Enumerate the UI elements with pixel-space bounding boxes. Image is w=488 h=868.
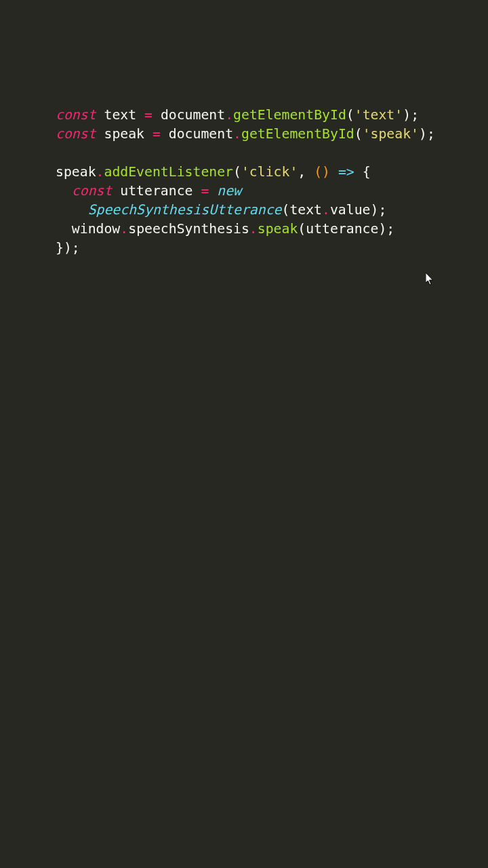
- code-line[interactable]: });: [56, 240, 80, 256]
- code-token[interactable]: speak: [104, 126, 144, 142]
- code-token[interactable]: (: [354, 126, 363, 142]
- code-token[interactable]: ,: [298, 164, 306, 180]
- code-token[interactable]: getElementById: [241, 126, 354, 142]
- code-token[interactable]: =: [144, 107, 152, 123]
- code-token[interactable]: SpeechSynthesisUtterance: [88, 202, 282, 218]
- code-line[interactable]: const utterance = new: [56, 183, 241, 199]
- code-token[interactable]: 'click': [241, 164, 298, 180]
- code-token[interactable]: [144, 126, 152, 142]
- code-token[interactable]: {: [363, 164, 371, 180]
- code-editor[interactable]: const text = document.getElementById('te…: [0, 0, 488, 258]
- code-token[interactable]: speechSynthesis: [128, 221, 249, 237]
- code-token[interactable]: [161, 126, 169, 142]
- code-token[interactable]: ): [378, 221, 386, 237]
- code-token[interactable]: .: [233, 126, 241, 142]
- code-token[interactable]: 'text': [354, 107, 403, 123]
- code-token[interactable]: addEventListener: [104, 164, 233, 180]
- code-token[interactable]: ;: [427, 126, 435, 142]
- mouse-cursor-icon: [426, 273, 434, 285]
- code-token[interactable]: const: [56, 126, 96, 142]
- code-token[interactable]: .: [96, 164, 104, 180]
- code-token[interactable]: ;: [386, 221, 394, 237]
- code-line[interactable]: SpeechSynthesisUtterance(text.value);: [56, 202, 386, 218]
- code-token[interactable]: =>: [338, 164, 354, 180]
- code-token[interactable]: (: [281, 202, 289, 218]
- code-token[interactable]: [354, 164, 363, 180]
- code-token[interactable]: ;: [378, 202, 386, 218]
- code-token[interactable]: (: [346, 107, 354, 123]
- code-token[interactable]: speak: [56, 164, 96, 180]
- code-token[interactable]: [152, 107, 161, 123]
- code-token[interactable]: ): [371, 202, 379, 218]
- code-token[interactable]: const: [72, 183, 113, 199]
- code-token[interactable]: ): [64, 240, 72, 256]
- code-token[interactable]: [56, 183, 72, 199]
- code-token[interactable]: new: [217, 183, 241, 199]
- code-token[interactable]: window: [72, 221, 120, 237]
- code-token[interactable]: document: [169, 126, 233, 142]
- code-token[interactable]: .: [225, 107, 233, 123]
- code-token[interactable]: utterance: [120, 183, 192, 199]
- code-token[interactable]: [56, 202, 88, 218]
- code-token[interactable]: text: [289, 202, 322, 218]
- code-token[interactable]: [209, 183, 217, 199]
- code-token[interactable]: (: [298, 221, 306, 237]
- code-token[interactable]: getElementById: [233, 107, 346, 123]
- code-token[interactable]: [112, 183, 120, 199]
- code-token[interactable]: ): [403, 107, 411, 123]
- code-token[interactable]: [192, 183, 201, 199]
- code-token[interactable]: [56, 221, 72, 237]
- code-token[interactable]: [136, 107, 144, 123]
- code-token[interactable]: .: [249, 221, 258, 237]
- code-token[interactable]: =: [152, 126, 161, 142]
- code-token[interactable]: ;: [411, 107, 419, 123]
- code-token[interactable]: ): [322, 164, 330, 180]
- code-token[interactable]: ): [419, 126, 427, 142]
- code-token[interactable]: }: [56, 240, 64, 256]
- code-token[interactable]: [96, 126, 104, 142]
- code-token[interactable]: [330, 164, 338, 180]
- code-token[interactable]: .: [322, 202, 330, 218]
- code-token[interactable]: (: [314, 164, 322, 180]
- code-token[interactable]: value: [330, 202, 371, 218]
- code-token[interactable]: ;: [72, 240, 80, 256]
- code-token[interactable]: (: [233, 164, 241, 180]
- code-token[interactable]: 'speak': [363, 126, 419, 142]
- code-line[interactable]: const text = document.getElementById('te…: [56, 107, 419, 123]
- code-line[interactable]: speak.addEventListener('click', () => {: [56, 164, 371, 180]
- code-token[interactable]: [96, 107, 104, 123]
- code-line[interactable]: window.speechSynthesis.speak(utterance);: [56, 221, 394, 237]
- code-token[interactable]: speak: [258, 221, 298, 237]
- code-token[interactable]: utterance: [306, 221, 378, 237]
- code-line[interactable]: const speak = document.getElementById('s…: [56, 126, 435, 142]
- code-token[interactable]: =: [201, 183, 209, 199]
- code-token[interactable]: .: [120, 221, 128, 237]
- code-token[interactable]: text: [104, 107, 136, 123]
- code-token[interactable]: document: [161, 107, 225, 123]
- code-token[interactable]: const: [56, 107, 96, 123]
- code-token[interactable]: [306, 164, 314, 180]
